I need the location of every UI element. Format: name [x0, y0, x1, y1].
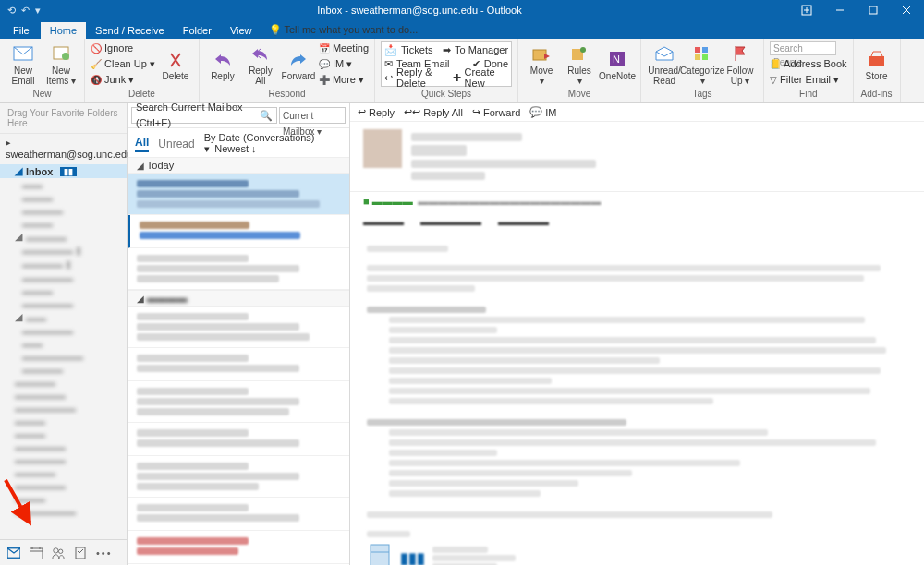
ribbon: New Email New Items ▾ New 🚫 Ignore 🧹 Cle… [0, 39, 924, 103]
tab-send-receive[interactable]: Send / Receive [86, 22, 174, 39]
message-item[interactable] [128, 307, 349, 348]
folder-item[interactable]: ▬▬▬ [0, 217, 127, 230]
junk-button[interactable]: 🚯 Junk ▾ [91, 72, 155, 87]
filter-unread[interactable]: Unread [158, 138, 194, 150]
categorize-button[interactable]: Categorize ▾ [685, 41, 720, 89]
tab-file[interactable]: File [4, 22, 39, 39]
folder-item[interactable]: ▬▬▬▬ [0, 376, 127, 389]
folder-item[interactable]: ▬▬▬▬▬ [0, 297, 127, 310]
new-email-button[interactable]: New Email [6, 41, 41, 89]
more-respond-button[interactable]: ➕ More ▾ [319, 72, 369, 87]
search-mailbox-input[interactable]: Search Current Mailbox (Ctrl+E)🔍 [131, 107, 277, 124]
reading-forward-button[interactable]: ↪ Forward [472, 106, 520, 118]
search-scope-dropdown[interactable]: Current Mailbox ▾ [279, 107, 346, 124]
move-button[interactable]: Move ▾ [524, 41, 559, 89]
qat-send-receive-icon[interactable]: ⟲ [7, 5, 16, 17]
address-book-button[interactable]: 📒 Address Book [770, 56, 846, 71]
maximize-icon[interactable] [857, 0, 889, 20]
folder-item[interactable]: ▬▬ [0, 178, 127, 191]
folder-item[interactable]: ◢ ▬▬▬▬ [0, 230, 127, 244]
categorize-icon [692, 43, 712, 64]
ribbon-options-icon[interactable] [791, 0, 822, 20]
ignore-button[interactable]: 🚫 Ignore [91, 41, 155, 55]
move-icon [531, 43, 552, 64]
favorites-placeholder[interactable]: Drag Your Favorite Folders Here [0, 103, 127, 133]
message-item[interactable] [128, 248, 349, 290]
folder-item[interactable]: ▬▬▬▬▬ [0, 324, 127, 337]
delete-button[interactable]: Delete [158, 41, 193, 89]
folder-item[interactable]: ▬▬▬▬▬▬ [0, 350, 127, 363]
folder-item[interactable]: ▬▬▬ [0, 191, 127, 204]
qat-customize-icon[interactable]: ▾ [35, 5, 41, 17]
filter-email-button[interactable]: ▽ Filter Email ▾ [770, 72, 846, 87]
folder-item[interactable]: ◢ ▬▬ [0, 310, 127, 324]
message-item[interactable] [128, 348, 349, 381]
tab-view[interactable]: View [221, 22, 261, 39]
calendar-view-icon[interactable] [30, 547, 43, 559]
more-views-icon[interactable]: ••• [96, 547, 113, 559]
message-item[interactable] [128, 423, 349, 456]
link[interactable]: ▬▬▬▬▬▬ [420, 216, 481, 227]
folder-item[interactable]: ▬▬▬▬▬ [0, 389, 127, 402]
folder-item[interactable]: ▬▬▬ [0, 415, 127, 427]
message-item[interactable] [128, 531, 349, 564]
group-quick-steps: 📩 Tickets ➡ To Manager ✉ Team Email ✔ Do… [375, 39, 518, 102]
folder-inbox[interactable]: ◢ Inbox ▮▮ [0, 164, 127, 178]
reply-button[interactable]: Reply [205, 41, 240, 89]
message-item[interactable] [128, 381, 349, 423]
reading-reply-all-button[interactable]: ↩↩ Reply All [404, 106, 463, 118]
forward-button[interactable]: Forward [281, 41, 316, 89]
meeting-button[interactable]: 📅 Meeting [319, 41, 369, 55]
search-people-input[interactable]: Search People [770, 41, 836, 55]
rules-button[interactable]: Rules ▾ [562, 41, 597, 89]
tab-folder[interactable]: Folder [174, 22, 221, 39]
folder-item[interactable]: ▬▬▬▬▬ [0, 440, 127, 453]
folder-item[interactable]: ▬▬ [0, 337, 127, 350]
link[interactable]: ▬▬▬▬ [363, 216, 404, 227]
folder-item[interactable]: ▬▬▬▬▬ ▮ [0, 244, 127, 258]
mail-view-icon[interactable] [7, 547, 20, 559]
qat-undo-icon[interactable]: ↶ [21, 5, 30, 17]
sort-dropdown[interactable]: By Date (Conversations) ▾ Newest ↓ [204, 132, 342, 155]
store-button[interactable]: Store [859, 41, 894, 89]
folder-item[interactable]: ▬▬▬▬▬▬ [0, 402, 127, 415]
folder-item[interactable]: ▬▬▬▬▬▬ [0, 505, 127, 518]
reply-all-button[interactable]: Reply All [243, 41, 278, 89]
onenote-button[interactable]: NOneNote [600, 41, 635, 89]
new-items-button[interactable]: New Items ▾ [43, 41, 79, 89]
folder-item[interactable]: ▬▬▬ [0, 284, 127, 297]
folder-item[interactable]: ▬▬▬▬▬ [0, 453, 127, 466]
quick-steps-gallery[interactable]: 📩 Tickets ➡ To Manager ✉ Team Email ✔ Do… [381, 41, 512, 87]
tasks-view-icon[interactable] [74, 547, 87, 559]
folder-item[interactable]: ▬▬▬ [0, 427, 127, 440]
message-item[interactable] [128, 215, 349, 248]
message-item[interactable] [128, 456, 349, 498]
people-view-icon[interactable] [52, 547, 65, 559]
folder-item[interactable]: ▬▬▬ [0, 492, 127, 505]
unread-read-button[interactable]: Unread/ Read [647, 41, 682, 89]
follow-up-button[interactable]: Follow Up ▾ [723, 41, 758, 89]
reading-reply-button[interactable]: ↩ Reply [358, 106, 395, 118]
link[interactable]: ▬▬▬▬▬ [498, 216, 549, 227]
folder-item[interactable]: ▬▬▬▬▬ [0, 479, 127, 492]
tab-home[interactable]: Home [41, 22, 86, 39]
minimize-icon[interactable] [824, 0, 856, 20]
folder-item[interactable]: ▬▬▬▬ [0, 466, 127, 479]
message-item[interactable] [128, 174, 349, 215]
reading-im-button[interactable]: 💬 IM [529, 106, 556, 118]
filter-all[interactable]: All [135, 136, 149, 152]
tell-me[interactable]: 💡 Tell me what you want to do... [261, 21, 426, 39]
folder-item[interactable]: ▬▬▬▬ ▮ [0, 258, 127, 271]
folder-item[interactable]: ▬▬▬▬ [0, 363, 127, 376]
folder-item[interactable]: ▬▬▬▬▬ [0, 271, 127, 284]
folder-item[interactable]: ▬▬▬▬ [0, 204, 127, 217]
im-button[interactable]: 💬 IM ▾ [319, 56, 369, 71]
group-header[interactable]: ◢ ▬▬▬▬ [128, 290, 349, 307]
forward-icon [288, 49, 309, 69]
account-header[interactable]: ▸ sweatherman@sog.unc.edu [0, 133, 127, 162]
message-item[interactable] [128, 498, 349, 531]
store-icon [867, 49, 887, 69]
group-header-today[interactable]: ◢ Today [128, 157, 349, 174]
cleanup-button[interactable]: 🧹 Clean Up ▾ [91, 56, 155, 71]
close-icon[interactable] [891, 0, 922, 20]
